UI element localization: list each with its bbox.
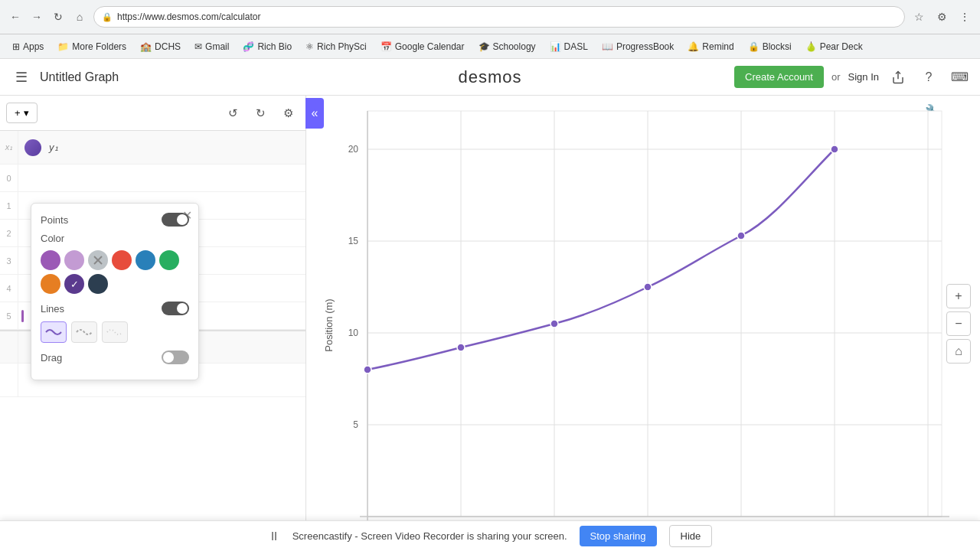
line-style-dotted[interactable]: [102, 321, 128, 343]
bookmark-progressbook-label: ProgressBook: [616, 41, 674, 52]
physci-icon: ⚛: [305, 41, 314, 52]
svg-text:20: 20: [348, 144, 359, 155]
bookmark-rich-physci-label: Rich PhySci: [317, 41, 367, 52]
undo-button[interactable]: ↺: [221, 102, 244, 125]
add-icon: +: [15, 107, 21, 119]
menu-button[interactable]: ⋮: [956, 8, 974, 26]
svg-text:10: 10: [348, 328, 359, 338]
expr-row-0[interactable]: 0: [0, 165, 305, 192]
color-swatches: [41, 250, 189, 294]
expr-content-header[interactable]: y₁: [18, 131, 305, 164]
points-row: Points: [41, 213, 189, 227]
schoology-icon: 🎓: [479, 41, 490, 52]
bookmark-dasl-label: DASL: [564, 41, 588, 52]
color-swatch-green[interactable]: [159, 250, 179, 270]
svg-point-33: [550, 320, 558, 328]
color-swatch-purple[interactable]: [41, 250, 60, 270]
line-style-dashed[interactable]: [71, 321, 97, 343]
header-right: Create Account or Sign In ? ⌨: [734, 66, 971, 89]
svg-text:5: 5: [353, 419, 358, 430]
color-swatch-blue[interactable]: [136, 250, 155, 270]
settings-button[interactable]: ⚙: [276, 102, 299, 125]
help-button[interactable]: ?: [917, 66, 940, 89]
color-swatch-black[interactable]: [88, 274, 108, 294]
points-label: Points: [41, 214, 68, 226]
bookmark-more-folders[interactable]: 📁 More Folders: [51, 40, 132, 54]
bookmark-dchs[interactable]: 🏫 DCHS: [134, 40, 187, 54]
lines-label: Lines: [41, 303, 64, 315]
app-container: ☰ Untitled Graph desmos Create Account o…: [0, 59, 980, 551]
bookmark-blocksi[interactable]: 🔒 Blocksi: [742, 40, 798, 54]
y1-label: y₁: [49, 142, 58, 153]
bookmark-blocksi-label: Blocksi: [763, 41, 792, 52]
lines-toggle-knob: [177, 303, 188, 314]
bookmark-google-calendar[interactable]: 📅 Google Calendar: [374, 40, 471, 54]
expr-num-0: 0: [0, 165, 18, 191]
redo-button[interactable]: ↻: [249, 102, 272, 125]
home-button[interactable]: ⌂: [70, 8, 89, 26]
points-toggle[interactable]: [162, 213, 189, 227]
bookmark-rich-physci[interactable]: ⚛ Rich PhySci: [299, 40, 373, 54]
expression-toolbar: + ▾ ↺ ↻ ⚙: [0, 96, 305, 131]
bookmark-remind[interactable]: 🔔 Remind: [681, 40, 740, 54]
remind-icon: 🔔: [688, 41, 699, 52]
expression-header-row: x₁ y₁: [0, 131, 305, 165]
svg-point-32: [457, 344, 465, 351]
share-button[interactable]: [887, 66, 910, 89]
color-swatch-dark-purple[interactable]: [64, 274, 84, 294]
zoom-out-button[interactable]: −: [946, 311, 971, 336]
home-view-button[interactable]: ⌂: [946, 339, 971, 364]
color-swatch-x[interactable]: [88, 250, 108, 270]
keyboard-button[interactable]: ⌨: [948, 66, 971, 89]
bookmarks-bar: ⊞ Apps 📁 More Folders 🏫 DCHS ✉ Gmail 🧬 R…: [0, 34, 980, 59]
bookmark-rich-bio[interactable]: 🧬 Rich Bio: [237, 40, 298, 54]
active-cursor: [21, 310, 24, 322]
bookmark-schoology[interactable]: 🎓 Schoology: [472, 40, 542, 54]
bookmark-gmail-label: Gmail: [205, 41, 229, 52]
left-panel: + ▾ ↺ ↻ ⚙ x₁ y₁ 0: [0, 96, 306, 551]
calendar-icon: 📅: [381, 41, 392, 52]
expr-num-5: 5: [0, 302, 18, 329]
drag-toggle[interactable]: [162, 350, 189, 364]
svg-text:15: 15: [348, 236, 359, 246]
extensions-button[interactable]: ⚙: [933, 8, 951, 26]
desmos-logo: desmos: [458, 67, 521, 87]
bookmark-pear-deck[interactable]: 🍐 Pear Deck: [799, 40, 869, 54]
folder-icon: 📁: [57, 41, 69, 52]
zoom-in-button[interactable]: +: [946, 284, 971, 308]
gmail-icon: ✉: [194, 41, 202, 52]
bookmark-gmail[interactable]: ✉ Gmail: [188, 40, 235, 54]
lines-toggle[interactable]: [162, 302, 189, 315]
notification-bar: ⏸ Screencastify - Screen Video Recorder …: [0, 520, 980, 551]
stop-sharing-button[interactable]: Stop sharing: [580, 526, 657, 546]
bookmark-dasl[interactable]: 📊 DASL: [544, 40, 594, 54]
graph-area[interactable]: 🔧: [306, 96, 980, 551]
expr-num-4: 4: [0, 275, 18, 302]
color-swatch-light-purple[interactable]: [64, 250, 84, 270]
apps-icon: ⊞: [12, 41, 20, 52]
create-account-button[interactable]: Create Account: [734, 66, 824, 88]
back-button[interactable]: ←: [6, 8, 24, 26]
add-expression-button[interactable]: + ▾: [6, 103, 38, 123]
line-style-solid[interactable]: [41, 321, 67, 343]
color-swatch-red[interactable]: [112, 250, 132, 270]
expr-num-2: 2: [0, 220, 18, 246]
hamburger-button[interactable]: ☰: [9, 65, 34, 90]
forward-button[interactable]: →: [28, 8, 46, 26]
bookmark-progressbook[interactable]: 📖 ProgressBook: [596, 40, 680, 54]
expr-content-0[interactable]: [18, 165, 305, 191]
drag-label: Drag: [41, 352, 62, 364]
sign-in-button[interactable]: Sign In: [848, 71, 879, 83]
color-swatch-orange[interactable]: [41, 274, 60, 294]
bookmark-apps[interactable]: ⊞ Apps: [6, 40, 50, 54]
expr-number-header: x₁: [0, 131, 18, 164]
expr-num-block3: [0, 364, 18, 396]
refresh-button[interactable]: ↻: [49, 8, 67, 26]
color-label: Color: [41, 233, 64, 244]
hide-button[interactable]: Hide: [669, 525, 713, 547]
address-bar[interactable]: 🔒 https://www.desmos.com/calculator: [93, 6, 905, 28]
bookmark-star-button[interactable]: ☆: [910, 8, 928, 26]
lines-row: Lines: [41, 302, 189, 315]
pear-deck-icon: 🍐: [805, 41, 817, 52]
collapse-panel-button[interactable]: «: [305, 98, 324, 129]
